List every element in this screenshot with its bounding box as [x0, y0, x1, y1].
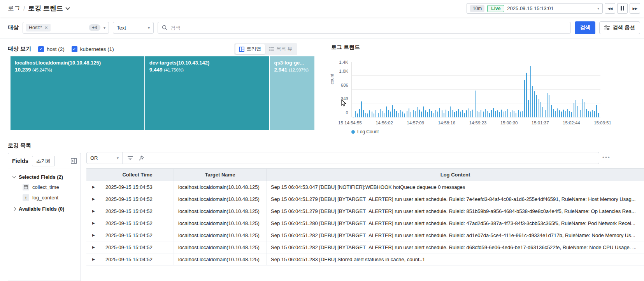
table-row[interactable]: ▶ 2025-09-15 15:04:52 localhost.localdom…: [86, 193, 644, 205]
cell-target-name: localhost.localdomain(10.10.48.125): [174, 253, 267, 265]
treemap-cell[interactable]: dev-targets(10.10.43.142) 9,449 (41.756%…: [145, 56, 269, 130]
cell-collect-time: 2025-09-15 15:04:52: [101, 217, 174, 229]
mouse-cursor: [341, 99, 347, 107]
expand-row-icon[interactable]: ▶: [92, 257, 95, 261]
field-type-value: Text: [117, 25, 126, 31]
toggle-treemap-label: 트리맵: [247, 46, 261, 52]
collapse-panel-icon[interactable]: [71, 158, 77, 164]
treemap-cell[interactable]: localhost.localdomain(10.10.48.125) 10,2…: [11, 56, 144, 130]
x-tick: 14:58:16: [438, 120, 455, 125]
table-row[interactable]: ▶ 2025-09-15 15:04:52 localhost.localdom…: [86, 229, 644, 241]
rewind-button[interactable]: ◀◀: [605, 3, 615, 14]
treemap-cell-percent: (41.756%): [164, 68, 184, 72]
cell-target-name: localhost.localdomain(10.10.48.125): [174, 193, 267, 205]
table-row[interactable]: ▶ 2025-09-15 15:04:52 localhost.localdom…: [86, 217, 644, 229]
cell-collect-time: 2025-09-15 15:04:52: [101, 253, 174, 265]
more-targets-badge[interactable]: +4: [89, 24, 100, 31]
treemap-cell[interactable]: qs3-log-ge... 2,941 (12.997%): [270, 56, 314, 130]
caret-down-icon[interactable]: ▾: [104, 26, 105, 30]
target-view-panel: 대상 보기 ✓ host (2) ✓ kubernetes (1) 트리맵: [0, 38, 324, 137]
treemap-cell-count: 10,239: [15, 67, 31, 73]
table-row[interactable]: ▶ 2025-09-15 15:04:52 localhost.localdom…: [86, 241, 644, 253]
x-tick: 15 14:54:55: [338, 120, 362, 125]
cell-log-content: Sep 15 06:04:51.280 [DEBU] [BYTARGET_ALE…: [267, 217, 644, 229]
sliders-icon: [604, 25, 610, 30]
fields-title: Fields: [12, 158, 28, 164]
checkbox-checked-icon: ✓: [72, 46, 77, 52]
operator-select[interactable]: OR ▾: [87, 152, 123, 164]
expand-row-icon[interactable]: ▶: [92, 233, 95, 237]
pin-icon[interactable]: [139, 155, 144, 161]
toggle-treemap[interactable]: 트리맵: [235, 44, 265, 54]
fields-reset-button[interactable]: 초기화: [32, 156, 55, 166]
time-controls: 10m Live 2025.09.15 15:13:01 ▾ ◀◀ ▶▶: [467, 3, 640, 14]
checkbox-kubernetes-label: kubernetes (1): [80, 46, 114, 52]
treemap-cell-name: localhost.localdomain(10.10.48.125): [15, 60, 140, 66]
column-header-target-name[interactable]: Target Name: [174, 169, 267, 181]
time-range-picker[interactable]: 10m Live 2025.09.15 15:13:01 ▾: [467, 3, 603, 14]
chevron-down-icon[interactable]: [65, 5, 70, 10]
cell-collect-time: 2025-09-15 15:04:53: [101, 181, 174, 193]
x-tick: 14:56:02: [376, 120, 393, 125]
more-options-button[interactable]: •••: [602, 154, 611, 161]
selected-fields-label: Selected Fields (2): [19, 174, 63, 180]
cell-target-name: localhost.localdomain(10.10.48.125): [174, 217, 267, 229]
treemap-cell-percent: (12.997%): [289, 68, 309, 72]
cell-collect-time: 2025-09-15 15:04:52: [101, 205, 174, 217]
field-item-collect-time[interactable]: collect_time: [8, 180, 81, 190]
chevron-down-icon: [12, 175, 16, 178]
expand-row-icon[interactable]: ▶: [92, 185, 95, 189]
y-tick: 0: [346, 110, 348, 115]
treemap: localhost.localdomain(10.10.48.125) 10,2…: [11, 56, 314, 130]
log-list-title: 로깅 목록: [0, 137, 644, 149]
target-chip[interactable]: Host:* ✕: [26, 24, 51, 31]
available-fields-group[interactable]: Available Fields (0): [8, 201, 81, 212]
toggle-list-view[interactable]: 목록 뷰: [265, 44, 296, 54]
target-select[interactable]: Host:* ✕ +4 ▾: [23, 22, 109, 34]
expand-row-icon[interactable]: ▶: [92, 197, 95, 201]
table-row[interactable]: ▶ 2025-09-15 15:04:52 localhost.localdom…: [86, 253, 644, 265]
toggle-list-label: 목록 뷰: [276, 46, 292, 52]
x-tick: 15:01:37: [532, 120, 549, 125]
page-title[interactable]: 로깅 트렌드: [28, 4, 63, 13]
list-icon: [269, 47, 274, 51]
column-header-collect-time[interactable]: Collect Time: [101, 169, 174, 181]
expand-row-icon[interactable]: ▶: [92, 221, 95, 225]
live-badge[interactable]: Live: [487, 5, 504, 12]
field-item-log-content[interactable]: t log_content: [8, 190, 81, 201]
breadcrumb-section[interactable]: 로그: [8, 4, 20, 12]
selected-fields-group[interactable]: Selected Fields (2): [8, 169, 81, 180]
operator-value: OR: [90, 155, 98, 161]
search-button[interactable]: 검색: [575, 21, 595, 34]
chart-legend[interactable]: Log Count: [351, 129, 379, 134]
checkbox-kubernetes[interactable]: ✓ kubernetes (1): [72, 46, 114, 52]
cell-log-content: Sep 15 06:04:51.283 [DEBU] Stored alert …: [267, 253, 644, 265]
table-row[interactable]: ▶ 2025-09-15 15:04:53 localhost.localdom…: [86, 181, 644, 193]
target-view-label: 대상 보기: [8, 45, 31, 52]
caret-down-icon[interactable]: ▾: [597, 6, 599, 10]
x-tick: 14:57:09: [407, 120, 424, 125]
range-badge[interactable]: 10m: [470, 5, 484, 12]
pause-button[interactable]: [617, 3, 628, 14]
cell-log-content: Sep 15 06:04:51.282 [DEBU] [BYTARGET_ALE…: [267, 241, 644, 253]
chart-bars[interactable]: [352, 62, 600, 117]
treemap-cell-name: qs3-log-ge...: [274, 60, 310, 66]
checkbox-host[interactable]: ✓ host (2): [38, 46, 65, 52]
treemap-icon: [239, 47, 244, 52]
table-row[interactable]: ▶ 2025-09-15 15:04:52 localhost.localdom…: [86, 205, 644, 217]
cell-collect-time: 2025-09-15 15:04:52: [101, 229, 174, 241]
forward-button[interactable]: ▶▶: [630, 3, 640, 14]
chart-title: 로그 트렌드: [324, 38, 644, 51]
filter-icon[interactable]: [127, 156, 133, 161]
breadcrumb-separator: /: [23, 5, 25, 12]
search-options-label: 검색 옵션: [612, 24, 635, 31]
search-options-button[interactable]: 검색 옵션: [599, 21, 640, 34]
field-type-select[interactable]: Text ▾: [113, 22, 154, 34]
column-header-log-content[interactable]: Log Content: [267, 169, 644, 181]
search-input[interactable]: [170, 25, 567, 31]
y-tick: 1.0K: [339, 69, 348, 73]
target-label: 대상: [8, 24, 19, 31]
expand-row-icon[interactable]: ▶: [92, 245, 95, 249]
expand-row-icon[interactable]: ▶: [92, 209, 95, 213]
chip-close-icon[interactable]: ✕: [44, 25, 48, 30]
